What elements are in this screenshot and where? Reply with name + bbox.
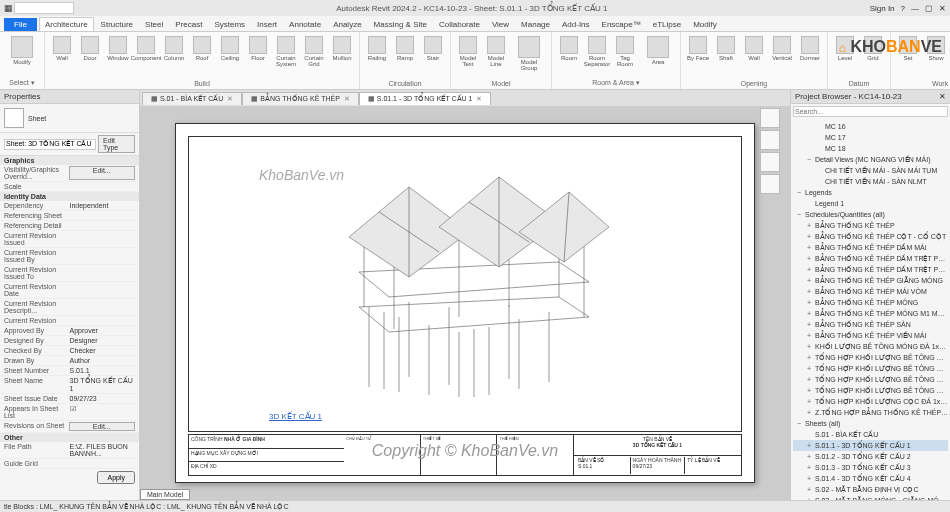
type-selector[interactable] xyxy=(4,139,96,150)
ribbon-button[interactable]: Dormer xyxy=(797,34,823,63)
tree-node[interactable]: Legend 1 xyxy=(793,198,948,209)
props-row[interactable]: Sheet NumberS.01.1 xyxy=(0,366,139,376)
ribbon-button[interactable]: Railing xyxy=(364,34,390,63)
ribbon-tab-massingsite[interactable]: Massing & Site xyxy=(369,18,432,31)
edit-type-button[interactable]: Edit Type xyxy=(98,135,135,153)
ribbon-button[interactable]: Window xyxy=(105,34,131,63)
help-icon[interactable]: ? xyxy=(901,4,905,13)
tree-node[interactable]: −Legends xyxy=(793,187,948,198)
ribbon-button[interactable]: Model Group xyxy=(511,34,547,73)
tree-node[interactable]: +S.01.4 - 3D TỔNG KẾT CẤU 4 xyxy=(793,473,948,484)
ribbon-button[interactable]: Tag Room xyxy=(612,34,638,69)
minimize-icon[interactable]: — xyxy=(911,4,919,13)
tree-node[interactable]: +TỔNG HỢP KHỐI LƯỢNG BÊ TÔNG CỘT ĐÁ 1 xyxy=(793,352,948,363)
browser-tree[interactable]: MC 16MC 17MC 18−Detail Views (MC NGANG V… xyxy=(791,119,950,500)
tree-node[interactable]: +TỔNG HỢP KHỐI LƯỢNG CỌC ĐÁ 1x2 M250 xyxy=(793,396,948,407)
ribbon-tab-collaborate[interactable]: Collaborate xyxy=(434,18,485,31)
ribbon-tab-view[interactable]: View xyxy=(487,18,514,31)
ribbon-button[interactable]: Model Line xyxy=(483,34,509,69)
props-row[interactable]: Current Revision Date xyxy=(0,282,139,299)
props-row[interactable]: Guide Grid xyxy=(0,459,139,469)
ribbon-button[interactable]: Modify xyxy=(4,34,40,67)
props-row[interactable]: Current Revision Issued To xyxy=(0,265,139,282)
props-row[interactable]: DependencyIndependent xyxy=(0,201,139,211)
ribbon-button[interactable]: Floor xyxy=(245,34,271,63)
ribbon-button[interactable]: Area xyxy=(640,34,676,67)
props-row[interactable]: Referencing Sheet xyxy=(0,211,139,221)
tree-node[interactable]: +BẢNG THỐNG KÊ THÉP VIỀN MÁI xyxy=(793,330,948,341)
tree-node[interactable]: S.01 - BÌA KẾT CẤU xyxy=(793,429,948,440)
tree-node[interactable]: CHI TIẾT VIỀN MÁI - SÀN NLMT xyxy=(793,176,948,187)
props-row[interactable]: Drawn ByAuthor xyxy=(0,356,139,366)
tree-node[interactable]: MC 17 xyxy=(793,132,948,143)
apply-button[interactable]: Apply xyxy=(97,471,135,484)
ribbon-button[interactable]: Wall xyxy=(49,34,75,63)
close-tab-icon[interactable]: ✕ xyxy=(227,95,233,102)
ribbon-button[interactable]: Curtain System xyxy=(273,34,299,69)
props-row[interactable]: Revisions on SheetEdit... xyxy=(0,421,139,433)
tree-node[interactable]: +BẢNG THỐNG KÊ THÉP xyxy=(793,220,948,231)
tree-node[interactable]: MC 18 xyxy=(793,143,948,154)
ribbon-tab-precast[interactable]: Precast xyxy=(170,18,207,31)
tree-node[interactable]: +S.03 - MẶT BẰNG MÓNG - GIẰNG MÓNG xyxy=(793,495,948,500)
props-row[interactable]: Checked ByChecker xyxy=(0,346,139,356)
tree-node[interactable]: +BẢNG THỐNG KÊ THÉP GIẰNG MÓNG xyxy=(793,275,948,286)
drawing-canvas[interactable]: KhoBanVe.vn xyxy=(140,106,790,500)
tree-node[interactable]: +BẢNG THỐNG KÊ THÉP CỘT - CỔ CỘT xyxy=(793,231,948,242)
props-row[interactable]: Sheet Issue Date09/27/23 xyxy=(0,394,139,404)
tree-node[interactable]: +KHỐI LƯỢNG BÊ TÔNG MÓNG ĐÁ 1x2 M250 xyxy=(793,341,948,352)
tree-node[interactable]: +S.01.1 - 3D TỔNG KẾT CẤU 1 xyxy=(793,440,948,451)
ribbon-tab-structure[interactable]: Structure xyxy=(96,18,138,31)
wheel-icon[interactable] xyxy=(760,152,780,172)
props-row[interactable]: Current Revision Descripti... xyxy=(0,299,139,316)
ribbon-tab-annotate[interactable]: Annotate xyxy=(284,18,326,31)
pan-icon[interactable] xyxy=(760,174,780,194)
props-row[interactable]: Designed ByDesigner xyxy=(0,336,139,346)
ribbon-button[interactable]: Door xyxy=(77,34,103,63)
tree-node[interactable]: +TỔNG HỢP KHỐI LƯỢNG BÊ TÔNG MÓNG Đ xyxy=(793,374,948,385)
ribbon-button[interactable]: By Face xyxy=(685,34,711,63)
ribbon-button[interactable]: Stair xyxy=(420,34,446,63)
props-row[interactable]: Appears In Sheet List☑ xyxy=(0,404,139,421)
props-row[interactable]: Current Revision xyxy=(0,316,139,326)
home-icon[interactable] xyxy=(760,108,780,128)
browser-close-icon[interactable]: ✕ xyxy=(939,92,946,101)
ribbon-tab-manage[interactable]: Manage xyxy=(516,18,555,31)
ribbon-button[interactable]: Model Text xyxy=(455,34,481,69)
ribbon-button[interactable]: Roof xyxy=(189,34,215,63)
ribbon-button[interactable]: Ceiling xyxy=(217,34,243,63)
navcube-icon[interactable] xyxy=(760,130,780,150)
ribbon-tab-enscape[interactable]: Enscape™ xyxy=(597,18,646,31)
view-tab[interactable]: ▦ S.01.1 - 3D TỔNG KẾT CẤU 1✕ xyxy=(359,92,492,105)
tree-node[interactable]: +Z.TỔNG HỢP BẢNG THỐNG KÊ THÉP THEO xyxy=(793,407,948,418)
ribbon-button[interactable]: Mullion xyxy=(329,34,355,63)
ribbon-button[interactable]: Vertical xyxy=(769,34,795,63)
props-row[interactable]: Approved ByApprover xyxy=(0,326,139,336)
props-row[interactable]: Visibility/Graphics Overrid...Edit... xyxy=(0,165,139,182)
search-input[interactable] xyxy=(14,2,74,14)
ribbon-button[interactable]: Column xyxy=(161,34,187,63)
ribbon-button[interactable]: Room xyxy=(556,34,582,63)
props-row[interactable]: Current Revision Issued By xyxy=(0,248,139,265)
tree-node[interactable]: −Schedules/Quantities (all) xyxy=(793,209,948,220)
ribbon-button[interactable]: Shaft xyxy=(713,34,739,63)
tree-node[interactable]: +BẢNG THỐNG KÊ THÉP MÁI VÒM xyxy=(793,286,948,297)
tree-node[interactable]: +BẢNG THỐNG KÊ THÉP MÓNG M1 M3 M3 xyxy=(793,308,948,319)
worksharing-tab[interactable]: Main Model xyxy=(140,489,190,500)
props-row[interactable]: File PathE:\Z. FILES BUON BAN\NH... xyxy=(0,442,139,459)
ribbon-tab-modify[interactable]: Modify xyxy=(688,18,722,31)
view-tab[interactable]: ▦ S.01 - BÌA KẾT CẤU✕ xyxy=(142,92,242,105)
tree-node[interactable]: +BẢNG THỐNG KÊ THÉP DẦM TRỆT PHƯƠNG xyxy=(793,253,948,264)
close-tab-icon[interactable]: ✕ xyxy=(476,95,482,102)
tree-node[interactable]: +S.01.3 - 3D TỔNG KẾT CẤU 3 xyxy=(793,462,948,473)
tree-node[interactable]: +BẢNG THỐNG KÊ THÉP DẦM TRỆT PHƯƠNG xyxy=(793,264,948,275)
tree-node[interactable]: +BẢNG THỐNG KÊ THÉP DẦM MÁI xyxy=(793,242,948,253)
tree-node[interactable]: −Sheets (all) xyxy=(793,418,948,429)
ribbon-tab-analyze[interactable]: Analyze xyxy=(328,18,366,31)
props-row[interactable]: Referencing Detail xyxy=(0,221,139,231)
ribbon-tab-addins[interactable]: Add-Ins xyxy=(557,18,595,31)
tree-node[interactable]: +S.02 - MẶT BẰNG ĐỊNH VỊ CỌC xyxy=(793,484,948,495)
browser-search[interactable] xyxy=(793,106,948,117)
props-row[interactable]: Sheet Name3D TỔNG KẾT CẤU 1 xyxy=(0,376,139,394)
tree-node[interactable]: +TỔNG HỢP KHỐI LƯỢNG BÊ TÔNG DẦM ĐÁ xyxy=(793,363,948,374)
